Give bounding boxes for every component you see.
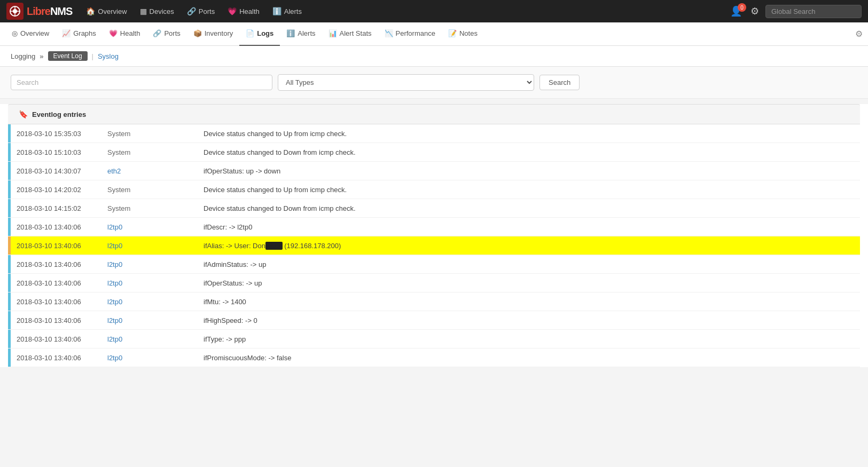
breadcrumb-pipe: |	[92, 52, 93, 60]
table-row[interactable]: 2018-03-10 13:40:06l2tp0ifHighSpeed: -> …	[8, 311, 860, 330]
row-source[interactable]: eth2	[102, 162, 198, 180]
top-navbar: LibreNMS 🏠 Overview ▦ Devices 🔗 Ports 💗 …	[0, 0, 868, 22]
search-button[interactable]: Search	[539, 75, 580, 90]
brand-logo[interactable]: LibreNMS	[6, 3, 72, 20]
subnav-performance-icon: 📉	[385, 29, 393, 37]
subnav-health-label: Health	[120, 29, 140, 37]
ports-icon: 🔗	[187, 7, 196, 15]
row-source-link[interactable]: l2tp0	[107, 260, 122, 268]
table-row[interactable]: 2018-03-10 13:40:06l2tp0ifAlias: -> User…	[8, 236, 860, 255]
row-message: ifPromiscuousMode: -> false	[198, 349, 860, 367]
subnav-alertstats[interactable]: 📊 Alert Stats	[322, 22, 378, 46]
breadcrumb-active[interactable]: Event Log	[48, 51, 88, 61]
search-input[interactable]	[11, 75, 272, 90]
table-row[interactable]: 2018-03-10 13:40:06l2tp0ifMtu: -> 1400	[8, 292, 860, 311]
devices-icon: ▦	[140, 7, 147, 15]
breadcrumb-separator: »	[40, 52, 43, 60]
nav-devices[interactable]: ▦ Devices	[135, 0, 179, 22]
row-source-link[interactable]: l2tp0	[107, 279, 122, 287]
row-message: Device status changed to Up from icmp ch…	[198, 124, 860, 143]
subnav-graphs[interactable]: 📈 Graphs	[56, 22, 103, 46]
row-source[interactable]: l2tp0	[102, 236, 198, 255]
row-timestamp: 2018-03-10 13:40:06	[11, 349, 102, 367]
breadcrumb-syslog-link[interactable]: Syslog	[98, 52, 119, 60]
subnav-gear-icon[interactable]: ⚙	[855, 29, 863, 38]
table-row[interactable]: 2018-03-10 13:40:06l2tp0ifType: -> ppp	[8, 330, 860, 349]
subnav-notes-label: Notes	[459, 29, 478, 37]
subnav-logs[interactable]: 📄 Logs	[239, 22, 280, 46]
row-source-link[interactable]: eth2	[107, 167, 121, 175]
table-row[interactable]: 2018-03-10 14:20:02SystemDevice status c…	[8, 180, 860, 199]
row-timestamp: 2018-03-10 13:40:06	[11, 274, 102, 292]
subnav-alerts-label: Alerts	[298, 29, 315, 37]
nav-alerts[interactable]: ℹ️ Alerts	[267, 0, 307, 22]
row-timestamp: 2018-03-10 14:15:02	[11, 199, 102, 218]
row-message: ifHighSpeed: -> 0	[198, 311, 860, 330]
subnav-performance[interactable]: 📉 Performance	[378, 22, 442, 46]
subnav-ports[interactable]: 🔗 Ports	[146, 22, 186, 46]
row-source: System	[102, 124, 198, 143]
settings-icon[interactable]: ⚙	[748, 3, 761, 19]
subnav-graphs-label: Graphs	[73, 29, 96, 37]
row-timestamp: 2018-03-10 13:40:06	[11, 255, 102, 274]
subnav-ports-icon: 🔗	[153, 29, 161, 37]
row-source[interactable]: l2tp0	[102, 330, 198, 349]
logo-icon	[6, 3, 24, 20]
row-source[interactable]: l2tp0	[102, 311, 198, 330]
table-row[interactable]: 2018-03-10 13:40:06l2tp0ifOperStatus: ->…	[8, 274, 860, 292]
row-source[interactable]: l2tp0	[102, 349, 198, 367]
row-timestamp: 2018-03-10 13:40:06	[11, 236, 102, 255]
table-row[interactable]: 2018-03-10 14:15:02SystemDevice status c…	[8, 199, 860, 218]
row-source-link[interactable]: l2tp0	[107, 316, 122, 324]
subnav-health[interactable]: 💗 Health	[103, 22, 147, 46]
row-source[interactable]: l2tp0	[102, 218, 198, 236]
breadcrumb: Logging » Event Log | Syslog	[0, 46, 868, 67]
row-timestamp: 2018-03-10 14:20:02	[11, 180, 102, 199]
nav-health[interactable]: 💗 Health	[222, 0, 265, 22]
row-source[interactable]: l2tp0	[102, 274, 198, 292]
row-timestamp: 2018-03-10 13:40:06	[11, 292, 102, 311]
subnav-overview[interactable]: ◎ Overview	[5, 22, 56, 46]
table-row[interactable]: 2018-03-10 14:30:07eth2ifOperStatus: up …	[8, 162, 860, 180]
row-timestamp: 2018-03-10 15:10:03	[11, 143, 102, 162]
row-source-link[interactable]: l2tp0	[107, 298, 122, 306]
row-source: System	[102, 143, 198, 162]
row-source-link[interactable]: l2tp0	[107, 354, 122, 362]
row-source[interactable]: l2tp0	[102, 255, 198, 274]
row-message: Device status changed to Down from icmp …	[198, 143, 860, 162]
subnav-inventory-icon: 📦	[193, 29, 202, 37]
global-search-input[interactable]	[765, 5, 862, 18]
subnav-inventory-label: Inventory	[205, 29, 233, 37]
row-timestamp: 2018-03-10 13:40:06	[11, 311, 102, 330]
row-message: ifType: -> ppp	[198, 330, 860, 349]
subnav-ports-label: Ports	[164, 29, 180, 37]
subnav-right: ⚙	[855, 29, 863, 39]
row-source-link[interactable]: l2tp0	[107, 335, 122, 343]
nav-ports[interactable]: 🔗 Ports	[182, 0, 220, 22]
table-row[interactable]: 2018-03-10 15:35:03SystemDevice status c…	[8, 124, 860, 143]
brand-text: LibreNMS	[27, 5, 72, 18]
subnav-notes[interactable]: 📝 Notes	[442, 22, 484, 46]
row-timestamp: 2018-03-10 13:40:06	[11, 218, 102, 236]
subnav-inventory[interactable]: 📦 Inventory	[187, 22, 239, 46]
row-source-link[interactable]: l2tp0	[107, 242, 122, 250]
subnav-graphs-icon: 📈	[62, 29, 71, 37]
row-source-link[interactable]: l2tp0	[107, 223, 122, 231]
subnav-logs-icon: 📄	[246, 29, 254, 37]
nav-overview[interactable]: 🏠 Overview	[81, 0, 132, 22]
breadcrumb-parent: Logging	[11, 52, 35, 60]
subnav-alerts[interactable]: ℹ️ Alerts	[280, 22, 322, 46]
subnav-alerts-icon: ℹ️	[286, 29, 295, 37]
user-icon-wrap[interactable]: 👤 0	[728, 5, 744, 17]
row-message: ifAdminStatus: -> up	[198, 255, 860, 274]
table-row[interactable]: 2018-03-10 13:40:06l2tp0ifAdminStatus: -…	[8, 255, 860, 274]
table-row[interactable]: 2018-03-10 13:40:06l2tp0ifPromiscuousMod…	[8, 349, 860, 367]
table-row[interactable]: 2018-03-10 13:40:06l2tp0ifDescr: -> l2tp…	[8, 218, 860, 236]
subnav-health-icon: 💗	[109, 29, 118, 37]
row-source: System	[102, 199, 198, 218]
table-row[interactable]: 2018-03-10 15:10:03SystemDevice status c…	[8, 143, 860, 162]
type-select[interactable]: All Types Interface System Config Routin…	[278, 74, 534, 91]
row-message: ifAlias: -> User: Don●●● (192.168.178.20…	[198, 236, 860, 255]
row-source[interactable]: l2tp0	[102, 292, 198, 311]
event-table: 2018-03-10 15:35:03SystemDevice status c…	[8, 124, 860, 367]
